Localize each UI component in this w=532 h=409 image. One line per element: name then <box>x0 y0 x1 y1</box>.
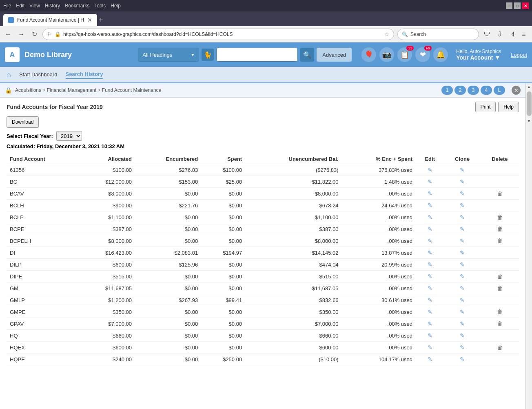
menu-view[interactable]: View <box>29 3 40 9</box>
home-icon[interactable]: ⌂ <box>7 71 11 79</box>
menu-tools[interactable]: Tools <box>94 3 106 9</box>
menu-bookmarks[interactable]: Bookmarks <box>65 3 89 9</box>
cell-delete[interactable]: 🗑 <box>481 211 519 223</box>
forward-button[interactable]: → <box>16 29 26 39</box>
search-button[interactable]: 🔍 <box>300 48 314 62</box>
bookmark-star-icon[interactable]: ☆ <box>384 31 390 38</box>
clone-icon[interactable]: ✎ <box>458 296 466 304</box>
scroll-down-arrow[interactable]: ▼ <box>526 118 532 124</box>
edit-icon[interactable]: ✎ <box>426 249 434 257</box>
page-tab-2[interactable]: 2 <box>454 86 466 95</box>
shield-toolbar-icon[interactable]: 🛡 <box>482 29 492 39</box>
browser-search-bar[interactable]: 🔍 Search <box>397 29 479 40</box>
extensions-icon[interactable]: 🢔 <box>507 29 516 39</box>
cell-clone[interactable]: ✎ <box>444 188 480 200</box>
clone-icon[interactable]: ✎ <box>458 237 466 245</box>
cell-edit[interactable]: ✎ <box>416 282 444 294</box>
cell-edit[interactable]: ✎ <box>416 176 444 188</box>
close-button[interactable]: ✕ <box>522 2 529 9</box>
logout-button[interactable]: Logout <box>511 52 527 58</box>
edit-icon[interactable]: ✎ <box>426 355 434 363</box>
delete-icon[interactable]: 🗑 <box>496 284 504 292</box>
bell-icon[interactable]: 🔔 <box>433 47 448 62</box>
clone-icon[interactable]: ✎ <box>458 249 466 257</box>
edit-icon[interactable]: ✎ <box>426 331 434 340</box>
edit-icon[interactable]: ✎ <box>426 178 434 186</box>
cell-clone[interactable]: ✎ <box>444 353 480 365</box>
clone-icon[interactable]: ✎ <box>458 178 466 186</box>
search-input[interactable] <box>216 48 298 62</box>
clone-icon[interactable]: ✎ <box>458 166 466 174</box>
clone-icon[interactable]: ✎ <box>458 284 466 292</box>
download-button[interactable]: Download <box>7 116 39 128</box>
cell-clone[interactable]: ✎ <box>444 235 480 247</box>
cell-clone[interactable]: ✎ <box>444 282 480 294</box>
delete-icon[interactable]: 🗑 <box>496 237 504 245</box>
help-button[interactable]: Help <box>498 102 519 112</box>
clone-icon[interactable]: ✎ <box>458 320 466 328</box>
cell-clone[interactable]: ✎ <box>444 318 480 330</box>
breadcrumb-financial[interactable]: Financial Management <box>47 87 96 93</box>
edit-icon[interactable]: ✎ <box>426 343 434 351</box>
cell-edit[interactable]: ✎ <box>416 353 444 365</box>
browser-menu[interactable]: File Edit View History Bookmarks Tools H… <box>3 3 121 9</box>
cell-delete[interactable]: 🗑 <box>481 235 519 247</box>
cell-edit[interactable]: ✎ <box>416 342 444 353</box>
cell-clone[interactable]: ✎ <box>444 271 480 282</box>
cell-delete[interactable]: 🗑 <box>481 282 519 294</box>
delete-icon[interactable]: 🗑 <box>496 213 504 221</box>
cell-edit[interactable]: ✎ <box>416 318 444 330</box>
breadcrumb-acquisitions[interactable]: Acquisitions <box>15 87 41 93</box>
scroll-up-arrow[interactable]: ▲ <box>526 83 532 90</box>
scrollbar[interactable]: ▲ ▼ <box>525 83 532 409</box>
cell-edit[interactable]: ✎ <box>416 164 444 176</box>
edit-icon[interactable]: ✎ <box>426 237 434 245</box>
cell-clone[interactable]: ✎ <box>444 247 480 259</box>
clone-icon[interactable]: ✎ <box>458 225 466 233</box>
edit-icon[interactable]: ✎ <box>426 213 434 221</box>
clone-icon[interactable]: ✎ <box>458 331 466 340</box>
fiscal-year-select[interactable]: 2019 2020 2021 <box>56 131 82 141</box>
clone-icon[interactable]: ✎ <box>458 308 466 316</box>
user-account-link[interactable]: Your Account ▼ <box>456 54 501 61</box>
cell-edit[interactable]: ✎ <box>416 211 444 223</box>
page-tab-3[interactable]: 3 <box>468 86 479 95</box>
cell-delete[interactable]: 🗑 <box>481 271 519 282</box>
delete-icon[interactable]: 🗑 <box>496 225 504 233</box>
clone-icon[interactable]: ✎ <box>458 355 466 363</box>
delete-icon[interactable]: 🗑 <box>496 189 504 198</box>
cell-clone[interactable]: ✎ <box>444 330 480 342</box>
database-icon[interactable]: 🐈 <box>202 49 214 61</box>
print-button[interactable]: Print <box>475 102 496 112</box>
cell-edit[interactable]: ✎ <box>416 235 444 247</box>
cell-delete[interactable]: 🗑 <box>481 342 519 353</box>
delete-icon[interactable]: 🗑 <box>496 308 504 316</box>
heading-dropdown[interactable]: All Headings ▼ <box>138 48 199 62</box>
cell-edit[interactable]: ✎ <box>416 259 444 271</box>
edit-icon[interactable]: ✎ <box>426 272 434 280</box>
edit-icon[interactable]: ✎ <box>426 201 434 209</box>
url-bar[interactable]: ⚐ 🔒 https://qa-hcols-verso.auto-graphics… <box>42 29 394 40</box>
back-button[interactable]: ← <box>3 29 13 39</box>
cell-edit[interactable]: ✎ <box>416 294 444 306</box>
edit-icon[interactable]: ✎ <box>426 225 434 233</box>
menu-file[interactable]: File <box>3 3 11 9</box>
delete-icon[interactable]: 🗑 <box>496 343 504 351</box>
menu-icon[interactable]: ≡ <box>519 29 529 39</box>
balloon-icon[interactable]: 🎈 <box>361 47 376 62</box>
edit-icon[interactable]: ✎ <box>426 260 434 269</box>
edit-icon[interactable]: ✎ <box>426 166 434 174</box>
clone-icon[interactable]: ✎ <box>458 260 466 269</box>
cell-edit[interactable]: ✎ <box>416 223 444 235</box>
cell-clone[interactable]: ✎ <box>444 211 480 223</box>
cell-edit[interactable]: ✎ <box>416 330 444 342</box>
download-toolbar-icon[interactable]: ⇩ <box>494 29 504 39</box>
staff-dashboard-link[interactable]: Staff Dashboard <box>19 71 58 78</box>
cell-clone[interactable]: ✎ <box>444 176 480 188</box>
refresh-button[interactable]: ↻ <box>29 29 39 39</box>
cell-clone[interactable]: ✎ <box>444 306 480 318</box>
page-tab-1[interactable]: 1 <box>441 86 453 95</box>
cell-delete[interactable]: 🗑 <box>481 318 519 330</box>
edit-icon[interactable]: ✎ <box>426 189 434 198</box>
cell-delete[interactable]: 🗑 <box>481 223 519 235</box>
